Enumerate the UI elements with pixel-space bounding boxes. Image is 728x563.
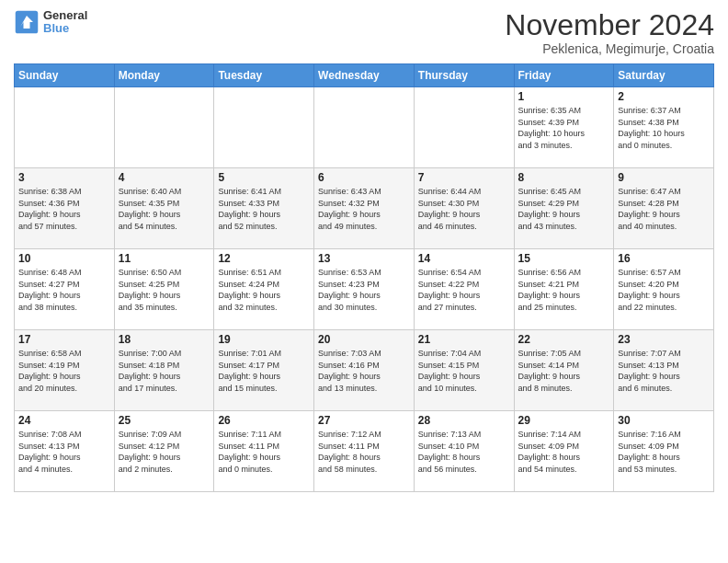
logo-text: General Blue xyxy=(43,9,87,36)
day-number: 7 xyxy=(418,171,510,184)
day-number: 26 xyxy=(218,414,310,427)
calendar-cell: 7Sunrise: 6:44 AM Sunset: 4:30 PM Daylig… xyxy=(414,168,514,249)
day-number: 15 xyxy=(518,252,610,265)
calendar-cell: 2Sunrise: 6:37 AM Sunset: 4:38 PM Daylig… xyxy=(614,87,714,168)
day-number: 24 xyxy=(18,414,110,427)
page-container: General Blue November 2024 Peklenica, Me… xyxy=(0,0,728,501)
day-number: 6 xyxy=(318,171,410,184)
day-info: Sunrise: 6:45 AM Sunset: 4:29 PM Dayligh… xyxy=(518,186,610,232)
calendar-cell: 18Sunrise: 7:00 AM Sunset: 4:18 PM Dayli… xyxy=(114,330,214,411)
calendar-cell: 1Sunrise: 6:35 AM Sunset: 4:39 PM Daylig… xyxy=(514,87,614,168)
calendar-cell xyxy=(314,87,415,168)
day-number: 12 xyxy=(218,252,310,265)
day-number: 23 xyxy=(618,333,710,346)
calendar-cell: 26Sunrise: 7:11 AM Sunset: 4:11 PM Dayli… xyxy=(214,411,314,492)
day-info: Sunrise: 7:09 AM Sunset: 4:12 PM Dayligh… xyxy=(119,429,210,475)
calendar-cell: 27Sunrise: 7:12 AM Sunset: 4:11 PM Dayli… xyxy=(314,411,415,492)
day-of-week-tuesday: Tuesday xyxy=(214,64,314,87)
day-number: 16 xyxy=(618,252,710,265)
week-row-2: 3Sunrise: 6:38 AM Sunset: 4:36 PM Daylig… xyxy=(15,168,714,249)
calendar-cell: 25Sunrise: 7:09 AM Sunset: 4:12 PM Dayli… xyxy=(114,411,214,492)
calendar-cell: 16Sunrise: 6:57 AM Sunset: 4:20 PM Dayli… xyxy=(614,249,714,330)
month-title: November 2024 xyxy=(505,9,714,41)
calendar-cell: 13Sunrise: 6:53 AM Sunset: 4:23 PM Dayli… xyxy=(314,249,415,330)
day-of-week-wednesday: Wednesday xyxy=(314,64,415,87)
day-of-week-sunday: Sunday xyxy=(15,64,115,87)
day-info: Sunrise: 6:58 AM Sunset: 4:19 PM Dayligh… xyxy=(18,348,110,394)
calendar-cell: 15Sunrise: 6:56 AM Sunset: 4:21 PM Dayli… xyxy=(514,249,614,330)
day-info: Sunrise: 6:47 AM Sunset: 4:28 PM Dayligh… xyxy=(618,186,710,232)
calendar-cell: 29Sunrise: 7:14 AM Sunset: 4:09 PM Dayli… xyxy=(514,411,614,492)
calendar-cell: 6Sunrise: 6:43 AM Sunset: 4:32 PM Daylig… xyxy=(314,168,415,249)
logo-icon xyxy=(14,9,40,35)
day-info: Sunrise: 7:16 AM Sunset: 4:09 PM Dayligh… xyxy=(618,429,710,475)
day-info: Sunrise: 6:40 AM Sunset: 4:35 PM Dayligh… xyxy=(119,186,210,232)
day-number: 2 xyxy=(618,90,710,103)
day-info: Sunrise: 7:03 AM Sunset: 4:16 PM Dayligh… xyxy=(318,348,410,394)
day-number: 25 xyxy=(119,414,210,427)
calendar-cell: 23Sunrise: 7:07 AM Sunset: 4:13 PM Dayli… xyxy=(614,330,714,411)
calendar-cell xyxy=(414,87,514,168)
day-info: Sunrise: 7:08 AM Sunset: 4:13 PM Dayligh… xyxy=(18,429,110,475)
calendar-cell: 17Sunrise: 6:58 AM Sunset: 4:19 PM Dayli… xyxy=(15,330,115,411)
day-number: 17 xyxy=(18,333,110,346)
week-row-5: 24Sunrise: 7:08 AM Sunset: 4:13 PM Dayli… xyxy=(15,411,714,492)
day-info: Sunrise: 7:13 AM Sunset: 4:10 PM Dayligh… xyxy=(418,429,510,475)
calendar-cell xyxy=(214,87,314,168)
day-info: Sunrise: 6:44 AM Sunset: 4:30 PM Dayligh… xyxy=(418,186,510,232)
day-info: Sunrise: 6:48 AM Sunset: 4:27 PM Dayligh… xyxy=(18,267,110,313)
day-number: 8 xyxy=(518,171,610,184)
calendar-cell: 22Sunrise: 7:05 AM Sunset: 4:14 PM Dayli… xyxy=(514,330,614,411)
week-row-3: 10Sunrise: 6:48 AM Sunset: 4:27 PM Dayli… xyxy=(15,249,714,330)
calendar-cell: 28Sunrise: 7:13 AM Sunset: 4:10 PM Dayli… xyxy=(414,411,514,492)
day-info: Sunrise: 6:41 AM Sunset: 4:33 PM Dayligh… xyxy=(218,186,310,232)
day-info: Sunrise: 7:07 AM Sunset: 4:13 PM Dayligh… xyxy=(618,348,710,394)
day-number: 13 xyxy=(318,252,410,265)
calendar-cell: 11Sunrise: 6:50 AM Sunset: 4:25 PM Dayli… xyxy=(114,249,214,330)
title-area: November 2024 Peklenica, Megimurje, Croa… xyxy=(505,9,714,56)
day-info: Sunrise: 6:50 AM Sunset: 4:25 PM Dayligh… xyxy=(119,267,210,313)
day-info: Sunrise: 7:14 AM Sunset: 4:09 PM Dayligh… xyxy=(518,429,610,475)
header: General Blue November 2024 Peklenica, Me… xyxy=(14,9,714,56)
calendar-cell: 20Sunrise: 7:03 AM Sunset: 4:16 PM Dayli… xyxy=(314,330,415,411)
day-info: Sunrise: 7:00 AM Sunset: 4:18 PM Dayligh… xyxy=(119,348,210,394)
day-number: 27 xyxy=(318,414,410,427)
day-number: 30 xyxy=(618,414,710,427)
logo-general: General xyxy=(43,9,87,22)
day-number: 19 xyxy=(218,333,310,346)
day-number: 28 xyxy=(418,414,510,427)
day-info: Sunrise: 7:05 AM Sunset: 4:14 PM Dayligh… xyxy=(518,348,610,394)
location-subtitle: Peklenica, Megimurje, Croatia xyxy=(505,41,714,56)
calendar-cell: 8Sunrise: 6:45 AM Sunset: 4:29 PM Daylig… xyxy=(514,168,614,249)
day-info: Sunrise: 6:53 AM Sunset: 4:23 PM Dayligh… xyxy=(318,267,410,313)
day-info: Sunrise: 6:57 AM Sunset: 4:20 PM Dayligh… xyxy=(618,267,710,313)
day-of-week-saturday: Saturday xyxy=(614,64,714,87)
day-number: 10 xyxy=(18,252,110,265)
calendar-cell: 5Sunrise: 6:41 AM Sunset: 4:33 PM Daylig… xyxy=(214,168,314,249)
calendar-cell: 19Sunrise: 7:01 AM Sunset: 4:17 PM Dayli… xyxy=(214,330,314,411)
day-number: 9 xyxy=(618,171,710,184)
day-info: Sunrise: 6:37 AM Sunset: 4:38 PM Dayligh… xyxy=(618,105,710,151)
calendar-header-row: SundayMondayTuesdayWednesdayThursdayFrid… xyxy=(15,64,714,87)
day-of-week-friday: Friday xyxy=(514,64,614,87)
day-info: Sunrise: 7:04 AM Sunset: 4:15 PM Dayligh… xyxy=(418,348,510,394)
day-number: 11 xyxy=(119,252,210,265)
day-number: 21 xyxy=(418,333,510,346)
day-number: 14 xyxy=(418,252,510,265)
calendar-cell: 10Sunrise: 6:48 AM Sunset: 4:27 PM Dayli… xyxy=(15,249,115,330)
calendar-cell xyxy=(15,87,115,168)
day-info: Sunrise: 6:43 AM Sunset: 4:32 PM Dayligh… xyxy=(318,186,410,232)
logo-blue: Blue xyxy=(43,22,87,35)
day-number: 20 xyxy=(318,333,410,346)
calendar-cell: 30Sunrise: 7:16 AM Sunset: 4:09 PM Dayli… xyxy=(614,411,714,492)
calendar-cell: 9Sunrise: 6:47 AM Sunset: 4:28 PM Daylig… xyxy=(614,168,714,249)
calendar-cell: 24Sunrise: 7:08 AM Sunset: 4:13 PM Dayli… xyxy=(15,411,115,492)
day-info: Sunrise: 6:51 AM Sunset: 4:24 PM Dayligh… xyxy=(218,267,310,313)
day-info: Sunrise: 7:01 AM Sunset: 4:17 PM Dayligh… xyxy=(218,348,310,394)
logo: General Blue xyxy=(14,9,87,36)
calendar-cell: 21Sunrise: 7:04 AM Sunset: 4:15 PM Dayli… xyxy=(414,330,514,411)
day-of-week-monday: Monday xyxy=(114,64,214,87)
day-number: 1 xyxy=(518,90,610,103)
day-info: Sunrise: 6:38 AM Sunset: 4:36 PM Dayligh… xyxy=(18,186,110,232)
calendar-cell: 4Sunrise: 6:40 AM Sunset: 4:35 PM Daylig… xyxy=(114,168,214,249)
